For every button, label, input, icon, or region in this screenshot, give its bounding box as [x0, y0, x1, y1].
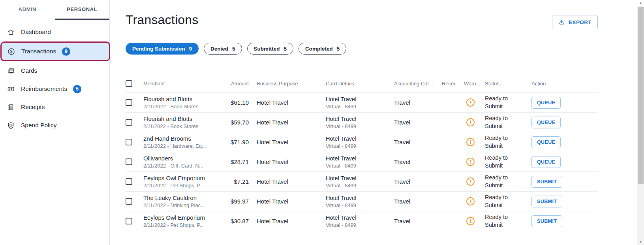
transactions-table: Merchant Amount Business Purpose Card De…: [126, 74, 598, 234]
table-bottom-divider: [126, 231, 598, 234]
warning-icon[interactable]: !: [466, 217, 475, 225]
business-purpose-cell: Hotel Travel: [257, 119, 326, 126]
select-all-checkbox[interactable]: [126, 80, 132, 87]
table-row: Flourish and Blotts 2/11/2022 - Book Sto…: [126, 112, 598, 132]
sidebar-item-dashboard[interactable]: Dashboard: [0, 23, 109, 41]
accounting-cell: Travel: [394, 119, 442, 126]
col-warnings: Warn...: [464, 81, 485, 87]
accounting-cell: Travel: [394, 178, 442, 185]
merchant-cell: Flourish and Blotts 2/11/2022 - Book Sto…: [143, 115, 230, 129]
filter-pills: Pending Submission 9 Denied 5 Submitted …: [126, 43, 598, 55]
submit-button[interactable]: SUBMIT: [531, 215, 562, 227]
sidebar-item-reimbursements[interactable]: Reimbursements 5: [0, 80, 109, 98]
sidebar-item-label: Cards: [21, 67, 37, 74]
warning-icon[interactable]: !: [466, 177, 475, 186]
card-details-cell: Hotel Travel Virtual - 8499: [326, 175, 394, 188]
sidebar-item-label: Receipts: [21, 104, 45, 111]
merchant-cell: 2nd Hand Brooms 2/11/2022 - Hardware, Eq…: [143, 135, 230, 149]
card-details-cell: Hotel Travel Virtual - 8499: [326, 155, 394, 169]
main-content: Transactions EXPORT Pending Submission 9…: [110, 0, 644, 245]
download-icon: [558, 19, 565, 26]
filter-submitted[interactable]: Submitted 5: [247, 43, 294, 55]
filter-pending-submission[interactable]: Pending Submission 9: [126, 43, 199, 55]
row-checkbox[interactable]: [126, 139, 132, 145]
amount-cell: $30.87: [230, 218, 257, 224]
merchant-cell: Flourish and Blotts 2/11/2022 - Book Sto…: [143, 96, 230, 109]
col-action: Action: [531, 81, 598, 87]
col-status: Status: [485, 81, 531, 87]
export-button[interactable]: EXPORT: [552, 15, 598, 29]
sidebar-item-cards[interactable]: Cards: [0, 62, 109, 80]
sidebar-item-label: Dashboard: [21, 28, 51, 36]
reimbursements-count-badge: 5: [73, 85, 81, 93]
submit-button[interactable]: SUBMIT: [531, 196, 562, 207]
scrollbar-thumb[interactable]: [638, 7, 644, 184]
sidebar-item-spend-policy[interactable]: @ Spend Policy: [0, 116, 109, 134]
warning-icon[interactable]: !: [466, 138, 475, 146]
row-checkbox[interactable]: [126, 178, 132, 185]
filter-count: 5: [232, 46, 235, 52]
queue-button[interactable]: QUEUE: [531, 136, 561, 148]
status-text: Ready to Submit: [485, 134, 513, 150]
scroll-up-arrow-icon[interactable]: ▲: [637, 0, 644, 6]
card-details-cell: Hotel Travel Virtual - 8499: [326, 136, 394, 149]
dollar-circle-icon: $: [7, 47, 15, 56]
table-row: Ollivanders 2/11/2022 - Gift, Card, N...…: [126, 152, 598, 172]
accounting-cell: Travel: [394, 198, 442, 205]
queue-button[interactable]: QUEUE: [531, 97, 561, 109]
business-purpose-cell: Hotel Travel: [257, 139, 326, 145]
filter-label: Completed: [305, 46, 333, 52]
sidebar-item-transactions[interactable]: $ Transactions 9: [0, 41, 110, 61]
row-checkbox[interactable]: [126, 119, 132, 126]
row-checkbox[interactable]: [126, 158, 132, 165]
card-details-cell: Hotel Travel Virtual - 8499: [326, 215, 394, 228]
warning-icon[interactable]: !: [466, 118, 475, 126]
merchant-cell: The Leaky Cauldron 2/11/2022 - Drinking …: [143, 194, 230, 208]
warning-icon[interactable]: !: [466, 98, 475, 107]
sidebar-nav: Dashboard $ Transactions 9 Cards Reim: [0, 23, 109, 134]
filter-denied[interactable]: Denied 5: [204, 43, 242, 55]
sidebar-item-receipts[interactable]: Receipts: [0, 98, 109, 116]
merchant-cell: Ollivanders 2/11/2022 - Gift, Card, N...: [143, 155, 230, 169]
table-row: 2nd Hand Brooms 2/11/2022 - Hardware, Eq…: [126, 132, 598, 152]
tab-personal[interactable]: PERSONAL: [55, 0, 110, 20]
table-row: Eeylops Owl Emporium 2/11/2022 - Pet Sho…: [126, 211, 598, 231]
sidebar-item-label: Reimbursements: [21, 85, 67, 92]
page-title: Transactions: [126, 13, 198, 27]
title-row: Transactions EXPORT: [126, 13, 598, 29]
sidebar-item-label: Spend Policy: [21, 122, 56, 129]
tab-admin[interactable]: ADMIN: [0, 0, 55, 20]
amount-cell: $7.21: [230, 178, 257, 185]
sidebar: ADMIN PERSONAL Dashboard $ Transactions …: [0, 0, 110, 245]
transactions-count-badge: 9: [62, 47, 70, 56]
amount-cell: $59.70: [230, 119, 257, 126]
accounting-cell: Travel: [394, 99, 442, 106]
home-icon: [7, 28, 15, 36]
filter-label: Pending Submission: [132, 46, 185, 52]
card-details-cell: Hotel Travel Virtual - 8499: [326, 195, 394, 208]
filter-completed[interactable]: Completed 5: [299, 43, 346, 55]
row-checkbox[interactable]: [126, 198, 132, 205]
app-window: ADMIN PERSONAL Dashboard $ Transactions …: [0, 0, 644, 245]
merchant-cell: Eeylops Owl Emporium 2/11/2022 - Pet Sho…: [143, 214, 230, 228]
business-purpose-cell: Hotel Travel: [257, 198, 326, 205]
queue-button[interactable]: QUEUE: [531, 156, 561, 168]
warning-icon[interactable]: !: [466, 158, 475, 166]
warning-icon[interactable]: !: [466, 197, 475, 205]
svg-text:$: $: [10, 49, 13, 54]
accounting-cell: Travel: [394, 218, 442, 224]
scroll-down-arrow-icon[interactable]: ▼: [637, 239, 644, 245]
shield-at-icon: @: [7, 121, 15, 130]
row-checkbox[interactable]: [126, 218, 132, 224]
table-row: Flourish and Blotts 2/11/2022 - Book Sto…: [126, 92, 598, 112]
filter-count: 5: [337, 46, 340, 52]
amount-cell: $61.10: [230, 99, 257, 106]
queue-button[interactable]: QUEUE: [531, 117, 561, 128]
submit-button[interactable]: SUBMIT: [531, 176, 562, 188]
amount-cell: $28.71: [230, 158, 257, 165]
table-row: The Leaky Cauldron 2/11/2022 - Drinking …: [126, 191, 598, 211]
vertical-scrollbar[interactable]: ▲ ▼: [637, 0, 644, 245]
col-receipt: Recei...: [442, 81, 464, 87]
row-checkbox[interactable]: [126, 99, 132, 106]
accounting-cell: Travel: [394, 158, 442, 165]
